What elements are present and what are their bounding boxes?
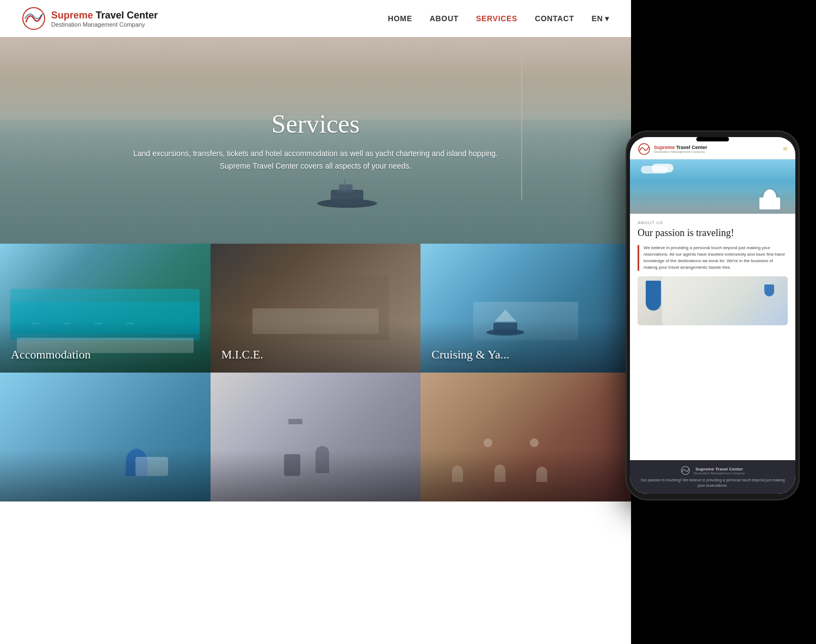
hero-title: Services xyxy=(271,109,360,139)
grid-card-cruising[interactable]: Cruising & Ya... xyxy=(421,244,631,373)
card-label-mice: M.I.C.E. xyxy=(221,348,263,362)
grid-card-mice[interactable]: M.I.C.E. xyxy=(211,244,421,373)
phone-footer-text: Our passion is traveling! We believe in … xyxy=(638,478,788,488)
phone-footer-logo: Supreme Travel Center Destination Manage… xyxy=(638,466,788,475)
nav-services[interactable]: SERVICES xyxy=(476,14,517,23)
phone-about-label: ABOUT US xyxy=(638,220,788,225)
transfers-overlay xyxy=(211,450,421,501)
logo[interactable]: Supreme Travel Center Destination Manage… xyxy=(22,7,158,30)
tours-overlay xyxy=(0,450,211,501)
phone-passion-title: Our passion is traveling! xyxy=(638,227,788,239)
grid-card-tours[interactable] xyxy=(0,373,211,501)
hero-subtitle: Land excursions, transfers, tickets and … xyxy=(125,147,506,172)
phone-quote-block: We believe in providing a personal touch… xyxy=(638,245,788,271)
card-label-cruising: Cruising & Ya... xyxy=(431,348,509,362)
mice-overlay xyxy=(211,321,421,373)
phone-hero-image xyxy=(630,159,795,214)
grid-card-groups[interactable] xyxy=(421,373,631,501)
grid-card-accommodation[interactable]: Accommodation xyxy=(0,244,211,373)
phone-logo-sub: Destination Management Company xyxy=(654,150,707,153)
grid-card-transfers[interactable] xyxy=(211,373,421,501)
phone-quote-line xyxy=(638,245,639,271)
phone-logo: Supreme Travel Center Destination Manage… xyxy=(638,143,707,156)
accommodation-overlay xyxy=(0,321,211,373)
phone-notch xyxy=(696,137,729,141)
phone-footer: Supreme Travel Center Destination Manage… xyxy=(630,460,795,494)
cruising-overlay xyxy=(421,321,631,373)
phone-content: ABOUT US Our passion is traveling! We be… xyxy=(630,214,795,460)
card-label-accommodation: Accommodation xyxy=(11,348,91,362)
phone-footer-logo-icon xyxy=(681,466,690,475)
nav-contact[interactable]: CONTACT xyxy=(535,14,574,23)
groups-overlay xyxy=(421,450,631,501)
nav-home[interactable]: HOME xyxy=(388,14,412,23)
phone-santorini-image xyxy=(638,276,788,325)
hero-content: Services Land excursions, transfers, tic… xyxy=(0,37,631,244)
svg-marker-7 xyxy=(494,309,516,321)
hero-section: Services Land excursions, transfers, tic… xyxy=(0,37,631,244)
logo-title: Supreme Travel Center xyxy=(51,10,158,21)
phone-footer-brand: Supreme Travel Center xyxy=(694,467,745,472)
nav-language[interactable]: EN ▾ xyxy=(591,14,609,23)
phone-quote-text: We believe in providing a personal touch… xyxy=(644,245,788,271)
phone-logo-icon xyxy=(638,143,651,156)
phone-mockup: Supreme Travel Center Destination Manage… xyxy=(626,131,800,500)
logo-icon xyxy=(22,7,46,30)
logo-subtitle: Destination Management Company xyxy=(51,21,158,28)
phone-screen: Supreme Travel Center Destination Manage… xyxy=(630,137,795,494)
navbar: Supreme Travel Center Destination Manage… xyxy=(0,0,631,37)
services-grid: Accommodation M.I.C.E. xyxy=(0,244,631,501)
phone-hamburger-icon[interactable]: ≡ xyxy=(783,144,788,154)
nav-links: HOME ABOUT SERVICES CONTACT EN ▾ xyxy=(388,14,609,23)
phone-frame: Supreme Travel Center Destination Manage… xyxy=(626,131,800,500)
phone-footer-sub: Destination Management Company xyxy=(694,472,745,475)
nav-about[interactable]: ABOUT xyxy=(430,14,459,23)
phone-logo-text: Supreme Travel Center xyxy=(654,145,707,150)
